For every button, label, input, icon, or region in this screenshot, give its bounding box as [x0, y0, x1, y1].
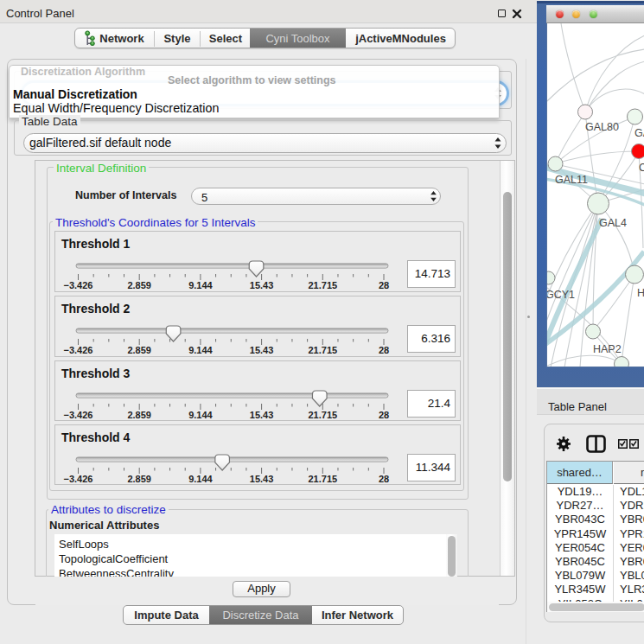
svg-text:21.715: 21.715 — [308, 410, 337, 420]
svg-text:28: 28 — [379, 345, 389, 355]
svg-text:GAL80: GAL80 — [585, 121, 619, 133]
svg-text:15.43: 15.43 — [250, 280, 274, 290]
svg-text:−3.426: −3.426 — [64, 410, 93, 420]
svg-text:15.43: 15.43 — [250, 410, 274, 420]
svg-text:C: C — [639, 162, 644, 174]
svg-text:28: 28 — [379, 410, 389, 420]
svg-text:9.144: 9.144 — [188, 474, 213, 484]
svg-text:21.715: 21.715 — [308, 474, 337, 484]
svg-text:H: H — [637, 287, 644, 299]
svg-text:GAL11: GAL11 — [555, 174, 588, 186]
svg-text:−3.426: −3.426 — [64, 345, 93, 355]
svg-text:9.144: 9.144 — [188, 345, 213, 355]
svg-text:2.859: 2.859 — [127, 474, 151, 484]
svg-text:21.715: 21.715 — [308, 345, 337, 355]
svg-text:15.43: 15.43 — [250, 345, 274, 355]
svg-text:21.715: 21.715 — [308, 280, 337, 290]
svg-text:GAL4: GAL4 — [599, 217, 627, 229]
svg-text:28: 28 — [379, 280, 389, 290]
svg-text:−3.426: −3.426 — [64, 474, 93, 484]
svg-text:2.859: 2.859 — [127, 280, 151, 290]
svg-text:9.144: 9.144 — [188, 410, 213, 420]
svg-text:2.859: 2.859 — [127, 345, 151, 355]
svg-text:−3.426: −3.426 — [64, 280, 93, 290]
svg-text:9.144: 9.144 — [188, 280, 213, 290]
svg-text:28: 28 — [379, 474, 389, 484]
svg-text:GA: GA — [634, 127, 644, 139]
svg-text:GCY1: GCY1 — [547, 289, 575, 301]
svg-text:HAP2: HAP2 — [593, 343, 622, 355]
svg-text:2.859: 2.859 — [127, 410, 151, 420]
svg-text:15.43: 15.43 — [250, 474, 274, 484]
